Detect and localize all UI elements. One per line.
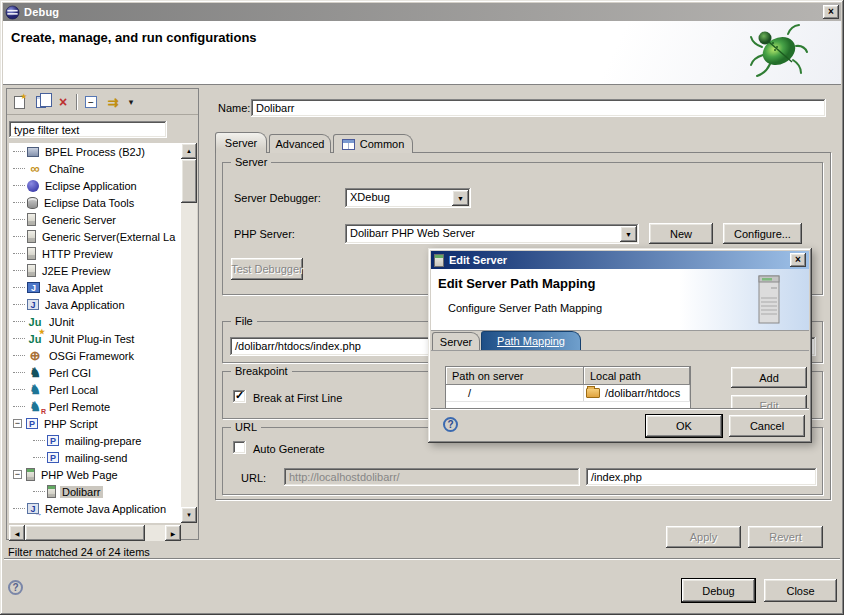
tree-item-dolibarr[interactable]: Dolibarr: [9, 483, 181, 500]
url-path-input[interactable]: /index.php: [586, 468, 817, 486]
tree-item-j2ee-preview[interactable]: J2EE Preview: [9, 262, 181, 279]
debug-button[interactable]: Debug: [682, 579, 755, 602]
chevron-down-icon[interactable]: ▼: [452, 190, 469, 206]
table-row[interactable]: / /dolibarr/htdocs: [446, 385, 690, 402]
tree-item-java-application[interactable]: JJava Application: [9, 296, 181, 313]
tree-connector: [13, 304, 25, 305]
dialog-tab-path-mapping[interactable]: Path Mapping: [481, 331, 581, 350]
tree-item-php-script[interactable]: −PPHP Script: [9, 415, 181, 432]
duplicate-configuration-icon[interactable]: [32, 93, 50, 111]
php-server-combo[interactable]: Dolibarr PHP Web Server ▼: [345, 224, 639, 244]
new-configuration-icon[interactable]: [10, 93, 28, 111]
tree-item-mailing-prepare[interactable]: Pmailing-prepare: [9, 432, 181, 449]
tree-item-php-web-page[interactable]: −PHP Web Page: [9, 466, 181, 483]
tree-item-label: HTTP Preview: [40, 248, 115, 260]
tab-advanced[interactable]: Advanced: [269, 134, 331, 153]
scroll-up-icon[interactable]: ▲: [181, 143, 197, 159]
server-debugger-combo[interactable]: XDebug ▼: [345, 188, 471, 208]
tree-item-eclipse-data-tools[interactable]: Eclipse Data Tools: [9, 194, 181, 211]
php-server-icon: [26, 468, 35, 481]
tree-item-mailing-send[interactable]: Pmailing-send: [9, 449, 181, 466]
auto-generate-checkbox[interactable]: [233, 441, 246, 454]
tree-item-label: JUnit: [47, 316, 76, 328]
dialog-help-icon[interactable]: [443, 417, 458, 432]
php-server-value: Dolibarr PHP Web Server: [350, 227, 619, 239]
tree-item-generic-server-external-la[interactable]: Generic Server(External La: [9, 228, 181, 245]
local-path-text: /dolibarr/htdocs: [605, 387, 680, 399]
column-path-on-server[interactable]: Path on server: [446, 367, 584, 385]
configure-server-button[interactable]: Configure...: [723, 223, 802, 244]
tree-item-cha-ne[interactable]: ∞Chaîne: [9, 160, 181, 177]
tree-item-eclipse-application[interactable]: Eclipse Application: [9, 177, 181, 194]
tree-item-generic-server[interactable]: Generic Server: [9, 211, 181, 228]
debug-configurations-window: Debug Create, manage, and run configurat…: [0, 0, 844, 615]
tree-item-remote-java-application[interactable]: JRemote Java Application: [9, 500, 181, 517]
tree-vertical-scrollbar[interactable]: ▲ ▼: [181, 143, 197, 523]
dialog-tab-server[interactable]: Server: [432, 332, 480, 350]
collapse-toggle-icon[interactable]: −: [13, 470, 22, 479]
break-first-line-checkbox[interactable]: [233, 390, 246, 403]
window-titlebar[interactable]: Debug: [3, 3, 841, 21]
perl-icon: ♞: [27, 383, 43, 396]
junit-plugin-icon: Ju: [27, 332, 43, 345]
tree-item-http-preview[interactable]: HTTP Preview: [9, 245, 181, 262]
url-group-label: URL: [231, 421, 261, 433]
tree-item-junit[interactable]: JuJUnit: [9, 313, 181, 330]
tree-item-java-applet[interactable]: JJava Applet: [9, 279, 181, 296]
new-server-button[interactable]: New: [649, 223, 713, 244]
collapse-all-icon[interactable]: −: [82, 93, 100, 111]
chevron-down-icon[interactable]: ▼: [620, 226, 637, 242]
dialog-titlebar[interactable]: Edit Server: [431, 251, 809, 269]
dialog-close-icon[interactable]: [790, 253, 806, 267]
column-local-path[interactable]: Local path: [584, 367, 690, 385]
scroll-left-icon[interactable]: ◀: [9, 525, 25, 541]
scroll-right-icon[interactable]: ▶: [165, 525, 181, 541]
filter-configurations-icon[interactable]: ⇉: [104, 93, 122, 111]
tree-item-label: Chaîne: [47, 163, 86, 175]
tree-item-perl-local[interactable]: ♞Perl Local: [9, 381, 181, 398]
window-close-icon[interactable]: [823, 5, 839, 19]
help-icon[interactable]: [8, 580, 23, 595]
perl-remote-icon: ♞: [27, 400, 43, 413]
dialog-subheading: Configure Server Path Mapping: [448, 302, 602, 314]
menu-dropdown-icon[interactable]: ▾: [125, 93, 137, 111]
file-group-label: File: [231, 315, 257, 327]
scroll-down-icon[interactable]: ▼: [181, 507, 197, 523]
java-application-icon: J: [27, 299, 39, 310]
tree-connector: [13, 508, 25, 509]
footer-separator: [4, 558, 840, 560]
remote-java-icon: J: [27, 503, 39, 514]
cancel-button[interactable]: Cancel: [729, 415, 805, 437]
tree-item-perl-cgi[interactable]: ♞Perl CGI: [9, 364, 181, 381]
delete-configuration-icon[interactable]: ×: [54, 93, 72, 111]
ok-button[interactable]: OK: [646, 415, 722, 437]
tab-server[interactable]: Server: [215, 132, 267, 153]
tree-item-label: BPEL Process (B2J): [43, 146, 147, 158]
tree-item-label: Perl CGI: [47, 367, 93, 379]
tree-item-label: Java Applet: [44, 282, 105, 294]
tree-item-bpel-process-b2j[interactable]: BPEL Process (B2J): [9, 143, 181, 160]
filter-input[interactable]: type filter text: [9, 121, 167, 138]
tree-connector: [13, 236, 25, 237]
tree-connector: [13, 321, 25, 322]
tree-item-osgi-framework[interactable]: ⊕OSGi Framework: [9, 347, 181, 364]
tree-item-junit-plug-in-test[interactable]: JuJUnit Plug-in Test: [9, 330, 181, 347]
tree-item-label: OSGi Framework: [47, 350, 136, 362]
tree-connector: [13, 253, 25, 254]
path-mapping-table[interactable]: Path on server Local path / /dolibarr/ht…: [445, 366, 691, 408]
tree-connector: [13, 185, 25, 186]
add-mapping-button[interactable]: Add: [731, 367, 807, 388]
close-button[interactable]: Close: [764, 579, 837, 602]
tab-common[interactable]: Common: [333, 134, 413, 153]
tree-item-label: PHP Script: [42, 418, 100, 430]
tree-item-perl-remote[interactable]: ♞Perl Remote: [9, 398, 181, 415]
server-group-label: Server: [231, 156, 271, 168]
tree-item-label: Eclipse Application: [43, 180, 139, 192]
tree-horizontal-scrollbar[interactable]: ◀ ▶: [9, 525, 181, 541]
collapse-toggle-icon[interactable]: −: [13, 419, 22, 428]
vertical-scroll-thumb[interactable]: [181, 159, 197, 203]
dialog-tab-server-label: Server: [440, 336, 472, 348]
horizontal-scroll-thumb[interactable]: [25, 525, 145, 541]
name-input[interactable]: Dolibarr: [251, 99, 826, 117]
junit-icon: Ju: [27, 315, 43, 328]
